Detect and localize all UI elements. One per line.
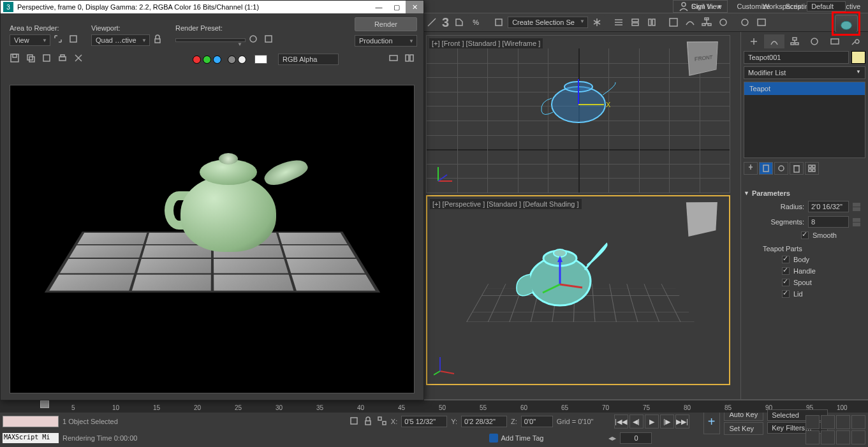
modifier-stack[interactable]: Teapot (744, 82, 865, 158)
compare-icon[interactable] (404, 53, 417, 66)
delete-image-icon[interactable] (73, 53, 86, 66)
object-name-input[interactable] (744, 51, 849, 64)
segments-input[interactable] (808, 216, 849, 228)
environment-icon[interactable] (263, 34, 276, 47)
set-key-button[interactable]: Set Key (724, 422, 764, 435)
toggle-ribbon-icon[interactable] (666, 15, 681, 30)
channel-display-select[interactable]: RGB Alpha (278, 54, 339, 65)
maximize-button[interactable]: ▢ (388, 1, 406, 13)
render-preset-select[interactable] (175, 38, 246, 42)
handle-checkbox[interactable] (782, 267, 790, 275)
current-frame-input[interactable] (620, 432, 652, 444)
angle-snap-icon[interactable] (424, 15, 439, 30)
viewport-select[interactable]: Quad …ctive (91, 34, 150, 46)
viewport-perspective[interactable]: [+] [Perspective ] [Standard ] [Default … (426, 195, 730, 385)
edit-named-sel-icon[interactable] (452, 15, 467, 30)
red-channel-button[interactable] (193, 55, 201, 64)
modifier-list-select[interactable]: Modifier List ▼ (744, 66, 865, 79)
time-ruler[interactable]: 5 10 15 20 25 30 35 40 45 50 55 60 65 70… (0, 400, 868, 413)
pin-stack-icon[interactable] (744, 162, 758, 175)
close-button[interactable]: ✕ (406, 1, 423, 13)
stack-item-teapot[interactable]: Teapot (744, 82, 865, 95)
max-viewport-icon[interactable] (836, 430, 850, 444)
sign-in-button[interactable]: Sign In ▼ (673, 0, 728, 13)
zoom-extents-icon[interactable] (821, 430, 835, 444)
teapot-shaded[interactable] (512, 230, 614, 313)
copy-image-icon[interactable] (26, 53, 38, 66)
y-coord-input[interactable] (461, 416, 507, 427)
maxscript-listener[interactable]: MAXScript Mi (3, 433, 59, 443)
tab-create[interactable] (744, 34, 764, 48)
play-icon[interactable]: ▶ (645, 414, 659, 429)
region-edit-icon[interactable] (53, 34, 66, 47)
named-sel-icon[interactable] (491, 15, 506, 30)
rendered-frame-viewport[interactable] (10, 85, 415, 393)
parameters-rollout-header[interactable]: ▼ Parameters (744, 187, 865, 199)
selection-set-select[interactable]: Create Selection Se (508, 17, 588, 28)
z-coord-input[interactable] (521, 416, 553, 427)
minimize-button[interactable]: — (370, 1, 388, 13)
save-image-icon[interactable] (10, 53, 22, 66)
teapot-wireframe[interactable]: X (534, 73, 623, 124)
radius-spinner[interactable] (853, 202, 860, 211)
render-setup-shortcut-icon[interactable] (248, 34, 261, 47)
render-frame-icon[interactable] (754, 15, 769, 30)
object-color-swatch[interactable] (851, 51, 865, 64)
spout-checkbox[interactable] (782, 279, 790, 286)
auto-region-icon[interactable] (68, 34, 81, 47)
next-frame-icon[interactable]: |▶ (660, 414, 674, 429)
clone-frame-icon[interactable] (41, 53, 54, 66)
toggle-ui-icon[interactable] (388, 53, 401, 66)
align-icon[interactable] (611, 15, 626, 30)
viewport-persp-label[interactable]: [+] [Perspective ] [Standard ] [Default … (430, 199, 582, 209)
mirror-icon[interactable] (589, 15, 605, 30)
add-time-tag-button[interactable]: Add Time Tag (489, 434, 543, 443)
show-end-result-icon[interactable] (759, 162, 773, 175)
material-editor-icon[interactable] (716, 15, 731, 30)
spinner-snap-icon[interactable]: 3 (442, 15, 449, 30)
render-button[interactable]: Render (355, 17, 417, 31)
workspace-select[interactable]: Default (807, 1, 846, 11)
view-cube-persp[interactable] (686, 202, 717, 237)
alpha-channel-button[interactable] (228, 55, 236, 64)
layer-icon[interactable] (628, 15, 643, 30)
x-coord-input[interactable] (401, 416, 447, 427)
production-select[interactable]: Production (355, 35, 417, 47)
make-unique-icon[interactable] (774, 162, 788, 175)
set-key-big-button[interactable]: + (703, 409, 720, 434)
print-icon[interactable] (57, 53, 70, 66)
body-checkbox[interactable] (782, 256, 790, 263)
zoom-icon[interactable] (821, 415, 835, 429)
remove-modifier-icon[interactable] (790, 162, 804, 175)
lid-checkbox[interactable] (782, 290, 790, 298)
prompt-area[interactable] (3, 416, 59, 427)
isolate-selection-icon[interactable] (349, 416, 359, 427)
scene-explorer-icon[interactable] (644, 15, 659, 30)
render-window-titlebar[interactable]: 3 Perspective, frame 0, Display Gamma: 2… (1, 1, 423, 13)
pan-icon[interactable] (805, 415, 820, 429)
lock-viewport-icon[interactable] (152, 34, 165, 47)
time-slider-handle[interactable] (40, 400, 49, 408)
zoom-all-icon[interactable] (851, 415, 865, 429)
viewport-front[interactable]: [+] [Front ] [Standard ] [Wireframe ] X … (426, 35, 730, 193)
tab-display[interactable] (825, 34, 845, 48)
configure-sets-icon[interactable] (805, 162, 819, 175)
orbit-icon[interactable] (805, 430, 820, 444)
area-to-render-select[interactable]: View (10, 34, 50, 46)
tab-hierarchy[interactable] (784, 34, 805, 48)
goto-end-icon[interactable]: ▶▶| (675, 414, 689, 429)
radius-input[interactable] (808, 201, 849, 212)
fov-icon[interactable] (836, 415, 850, 429)
segments-spinner[interactable] (853, 217, 860, 226)
tab-utilities[interactable] (845, 34, 865, 48)
tab-motion[interactable] (804, 34, 825, 48)
viewport-front-label[interactable]: [+] [Front ] [Standard ] [Wireframe ] (429, 38, 543, 48)
percent-snap-icon[interactable]: % (468, 15, 483, 30)
blue-channel-button[interactable] (213, 55, 221, 64)
schematic-view-icon[interactable] (699, 15, 714, 30)
goto-start-icon[interactable]: |◀◀ (614, 414, 628, 429)
tab-modify[interactable] (764, 34, 784, 48)
mono-channel-button[interactable] (238, 55, 246, 64)
selection-lock-icon[interactable] (363, 416, 373, 427)
render-setup-icon[interactable] (737, 15, 753, 30)
